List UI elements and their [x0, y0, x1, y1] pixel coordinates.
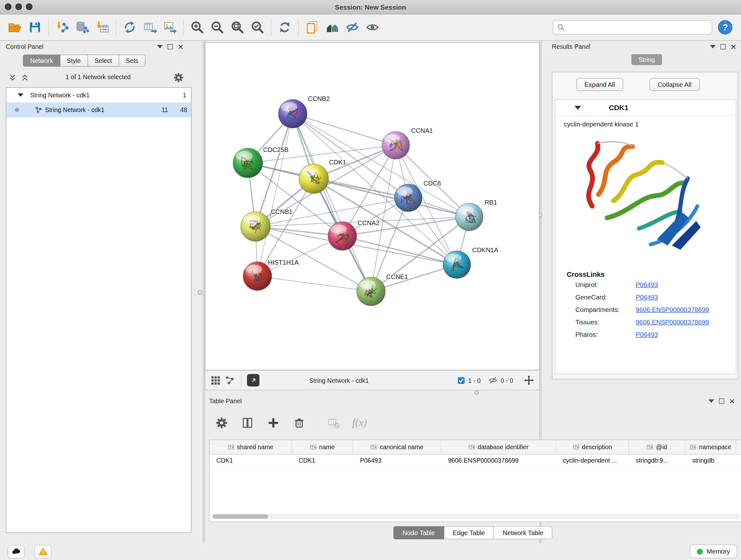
network-node-RB1[interactable] [455, 203, 483, 231]
horizontal-scrollbar[interactable] [212, 514, 740, 519]
crosslink-value[interactable]: 9606.ENSP00000378699 [636, 319, 709, 326]
zoom-out-button[interactable] [207, 17, 227, 38]
tab-network[interactable]: Network [23, 55, 60, 67]
disclosure-triangle-icon[interactable] [18, 94, 23, 97]
network-row[interactable]: String Network - cdk1 11 48 [6, 103, 191, 118]
tab-style[interactable]: Style [60, 55, 88, 67]
show-panel-button[interactable] [362, 17, 383, 38]
network-node-CCNB2[interactable] [278, 99, 307, 128]
crosslink-value[interactable]: P06493 [636, 294, 658, 301]
help-button[interactable]: ? [718, 20, 732, 35]
panel-float-icon[interactable] [721, 44, 726, 50]
network-node-CCNA2[interactable] [328, 222, 357, 250]
scrollbar-thumb[interactable] [212, 514, 268, 519]
pan-crosshair-icon[interactable] [524, 375, 534, 386]
search-input[interactable] [568, 23, 708, 31]
column-header-shared-name[interactable]: shared name [210, 440, 292, 454]
window-close-button[interactable] [5, 3, 11, 10]
table-cell[interactable]: stringdb [685, 455, 736, 467]
panel-collapse-icon[interactable] [157, 45, 163, 49]
table-cell[interactable]: CDK1 [210, 455, 292, 467]
crosslink-value[interactable]: P06493 [636, 331, 658, 338]
import-table-button[interactable] [92, 17, 113, 38]
table-cell[interactable]: stringdb:9... [629, 455, 685, 467]
open-session-button[interactable] [5, 17, 25, 38]
apply-layout-button[interactable] [275, 17, 295, 38]
panel-float-icon[interactable] [167, 44, 173, 50]
network-options-gear-icon[interactable] [173, 72, 184, 83]
edge-CCNB2-CCNE1[interactable] [293, 114, 371, 291]
hide-panel-button[interactable] [342, 17, 362, 38]
save-session-button[interactable] [25, 17, 45, 38]
edge-CCNB2-CCNA1[interactable] [293, 114, 396, 145]
network-node-CDKN1A[interactable] [443, 251, 471, 279]
column-header-canonical-name[interactable]: canonical name [353, 440, 441, 454]
table-cell[interactable]: CDK1 [292, 455, 353, 467]
crosslink-value[interactable]: 9606.ENSP00000378699 [636, 306, 709, 314]
tab-sets[interactable]: Sets [119, 55, 145, 67]
gene-section-header[interactable]: CDK1 [555, 100, 736, 116]
edge-CCNB2-HIST1H1A[interactable] [258, 114, 293, 276]
network-node-CCNE1[interactable] [357, 277, 386, 306]
network-view[interactable]: CCNB2CCNA1CDC25BCDK1CDC6RB1CCNB1CCNA2CDK… [205, 42, 540, 370]
copy-document-button[interactable] [302, 17, 322, 38]
panel-collapse-icon[interactable] [710, 45, 716, 49]
network-collection-row[interactable]: String Network - cdk1 1 [6, 88, 191, 103]
table-cell[interactable]: cyclin-dependent ... [556, 455, 629, 467]
tab-string[interactable]: String [631, 54, 662, 65]
cybrowser-home-button[interactable] [322, 17, 342, 38]
network-node-HIST1H1A[interactable] [243, 262, 272, 291]
panel-collapse-icon[interactable] [709, 399, 714, 403]
edge-CCNA2-CDKN1A[interactable] [342, 236, 457, 265]
export-view-button[interactable] [247, 374, 259, 387]
import-network-database-button[interactable] [72, 17, 92, 38]
network-node-CCNA1[interactable] [382, 132, 410, 159]
collapse-all-icon[interactable] [9, 74, 16, 81]
window-zoom-button[interactable] [26, 3, 32, 10]
table-data-row[interactable]: CDK1CDK1P064939606.ENSP00000378699cyclin… [210, 455, 741, 468]
network-node-CCNB1[interactable] [241, 212, 270, 241]
section-disclosure-icon[interactable] [575, 106, 581, 110]
cloud-status-button[interactable] [8, 545, 25, 558]
export-table-button[interactable] [140, 17, 160, 38]
collapse-all-button[interactable]: Collapse All [650, 78, 700, 91]
panel-close-icon[interactable]: ✕ [729, 398, 735, 404]
zoom-selected-button[interactable] [248, 17, 268, 38]
column-header-namespace[interactable]: namespace [685, 440, 736, 454]
network-from-selection-button[interactable] [120, 17, 140, 38]
hidden-eye-slash-icon[interactable] [488, 375, 498, 385]
column-header-name[interactable]: name [292, 440, 353, 454]
export-image-button[interactable] [160, 17, 180, 38]
panel-float-icon[interactable] [719, 398, 724, 404]
tab-node-table[interactable]: Node Table [393, 526, 444, 540]
left-splitter-handle[interactable] [198, 290, 202, 295]
zoom-fit-button[interactable] [227, 17, 248, 38]
network-node-CDC6[interactable] [394, 184, 422, 212]
crosslink-value[interactable]: P06493 [636, 281, 658, 289]
zoom-in-button[interactable] [187, 17, 207, 38]
function-builder-button[interactable]: f(x) [350, 414, 369, 433]
network-node-CDK1[interactable] [299, 164, 329, 193]
table-cell[interactable]: P06493 [353, 455, 441, 467]
show-columns-button[interactable] [238, 414, 257, 433]
import-network-file-button[interactable] [52, 17, 72, 38]
delete-button[interactable] [290, 414, 309, 433]
panel-close-icon[interactable]: ✕ [178, 44, 184, 50]
expand-all-button[interactable]: Expand All [576, 78, 623, 91]
edge-CCNE1-HIST1H1A[interactable] [258, 276, 371, 292]
table-settings-button[interactable] [212, 414, 231, 433]
tab-network-table[interactable]: Network Table [494, 526, 552, 540]
network-node-CDC25B[interactable] [233, 148, 263, 178]
table-cell[interactable]: 9606.ENSP00000378699 [441, 455, 556, 467]
column-header--id[interactable]: @id [629, 440, 685, 454]
column-header-description[interactable]: description [556, 440, 629, 454]
search-box[interactable] [553, 20, 713, 35]
tab-edge-table[interactable]: Edge Table [444, 526, 494, 540]
warnings-button[interactable] [35, 545, 52, 558]
share-view-icon[interactable] [225, 375, 235, 386]
selected-checkbox-icon[interactable] [457, 376, 465, 384]
panel-close-icon[interactable]: ✕ [731, 44, 737, 50]
memory-button[interactable]: Memory [690, 545, 737, 559]
window-minimize-button[interactable] [15, 3, 22, 10]
grid-view-icon[interactable] [210, 375, 221, 386]
